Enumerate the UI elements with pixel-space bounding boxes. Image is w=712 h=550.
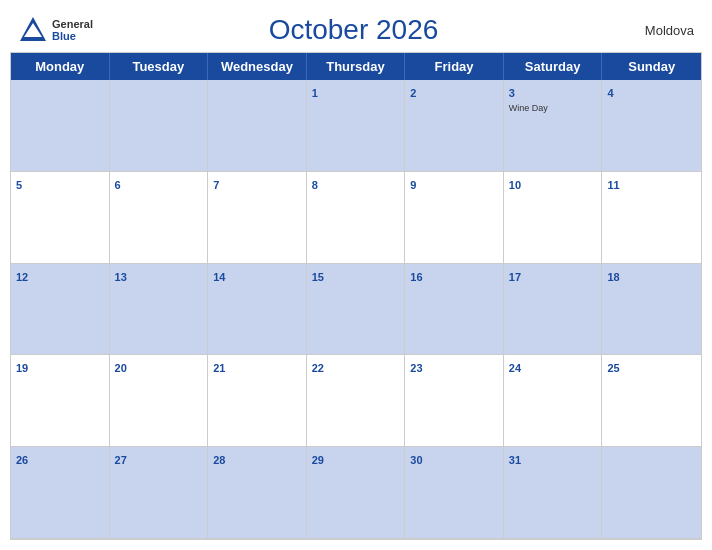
day-monday: Monday xyxy=(11,53,110,80)
month-title: October 2026 xyxy=(93,14,614,46)
table-row: 21 xyxy=(208,355,307,447)
calendar-grid: 123Wine Day45678910111213141516171819202… xyxy=(11,80,701,539)
day-friday: Friday xyxy=(405,53,504,80)
logo-icon xyxy=(18,15,48,45)
table-row: 7 xyxy=(208,172,307,264)
date-number: 13 xyxy=(115,271,127,283)
date-number: 26 xyxy=(16,454,28,466)
table-row: 18 xyxy=(602,264,701,356)
logo-text: General Blue xyxy=(52,18,93,42)
table-row xyxy=(208,80,307,172)
date-number: 27 xyxy=(115,454,127,466)
calendar-header: General Blue October 2026 Moldova xyxy=(10,10,702,48)
table-row: 25 xyxy=(602,355,701,447)
table-row: 14 xyxy=(208,264,307,356)
date-number: 20 xyxy=(115,362,127,374)
day-saturday: Saturday xyxy=(504,53,603,80)
date-number: 14 xyxy=(213,271,225,283)
table-row: 2 xyxy=(405,80,504,172)
date-number: 10 xyxy=(509,179,521,191)
table-row: 22 xyxy=(307,355,406,447)
table-row: 13 xyxy=(110,264,209,356)
date-number: 29 xyxy=(312,454,324,466)
days-header: Monday Tuesday Wednesday Thursday Friday… xyxy=(11,53,701,80)
date-number: 24 xyxy=(509,362,521,374)
table-row: 8 xyxy=(307,172,406,264)
table-row xyxy=(110,80,209,172)
table-row: 15 xyxy=(307,264,406,356)
date-number: 22 xyxy=(312,362,324,374)
day-tuesday: Tuesday xyxy=(110,53,209,80)
date-number: 11 xyxy=(607,179,619,191)
date-number: 6 xyxy=(115,179,121,191)
table-row: 11 xyxy=(602,172,701,264)
table-row: 12 xyxy=(11,264,110,356)
table-row: 19 xyxy=(11,355,110,447)
table-row: 5 xyxy=(11,172,110,264)
logo-blue-text: Blue xyxy=(52,30,93,42)
table-row: 1 xyxy=(307,80,406,172)
date-number: 28 xyxy=(213,454,225,466)
table-row: 26 xyxy=(11,447,110,539)
table-row: 4 xyxy=(602,80,701,172)
date-number: 18 xyxy=(607,271,619,283)
date-number: 1 xyxy=(312,87,318,99)
day-thursday: Thursday xyxy=(307,53,406,80)
date-number: 16 xyxy=(410,271,422,283)
table-row: 30 xyxy=(405,447,504,539)
date-number: 5 xyxy=(16,179,22,191)
table-row: 27 xyxy=(110,447,209,539)
date-number: 7 xyxy=(213,179,219,191)
date-number: 21 xyxy=(213,362,225,374)
table-row xyxy=(602,447,701,539)
date-number: 30 xyxy=(410,454,422,466)
table-row: 24 xyxy=(504,355,603,447)
country-label: Moldova xyxy=(614,23,694,38)
table-row: 31 xyxy=(504,447,603,539)
date-number: 25 xyxy=(607,362,619,374)
table-row: 23 xyxy=(405,355,504,447)
table-row: 16 xyxy=(405,264,504,356)
date-number: 15 xyxy=(312,271,324,283)
date-number: 19 xyxy=(16,362,28,374)
date-number: 3 xyxy=(509,87,515,99)
date-number: 12 xyxy=(16,271,28,283)
logo-general-text: General xyxy=(52,18,93,30)
date-number: 9 xyxy=(410,179,416,191)
date-number: 17 xyxy=(509,271,521,283)
table-row: 6 xyxy=(110,172,209,264)
day-sunday: Sunday xyxy=(602,53,701,80)
table-row xyxy=(11,80,110,172)
logo: General Blue xyxy=(18,15,93,45)
table-row: 3Wine Day xyxy=(504,80,603,172)
day-wednesday: Wednesday xyxy=(208,53,307,80)
table-row: 17 xyxy=(504,264,603,356)
table-row: 9 xyxy=(405,172,504,264)
date-number: 2 xyxy=(410,87,416,99)
table-row: 20 xyxy=(110,355,209,447)
calendar: Monday Tuesday Wednesday Thursday Friday… xyxy=(10,52,702,540)
date-number: 23 xyxy=(410,362,422,374)
cell-event: Wine Day xyxy=(509,103,597,113)
date-number: 31 xyxy=(509,454,521,466)
table-row: 28 xyxy=(208,447,307,539)
table-row: 29 xyxy=(307,447,406,539)
table-row: 10 xyxy=(504,172,603,264)
date-number: 4 xyxy=(607,87,613,99)
date-number: 8 xyxy=(312,179,318,191)
